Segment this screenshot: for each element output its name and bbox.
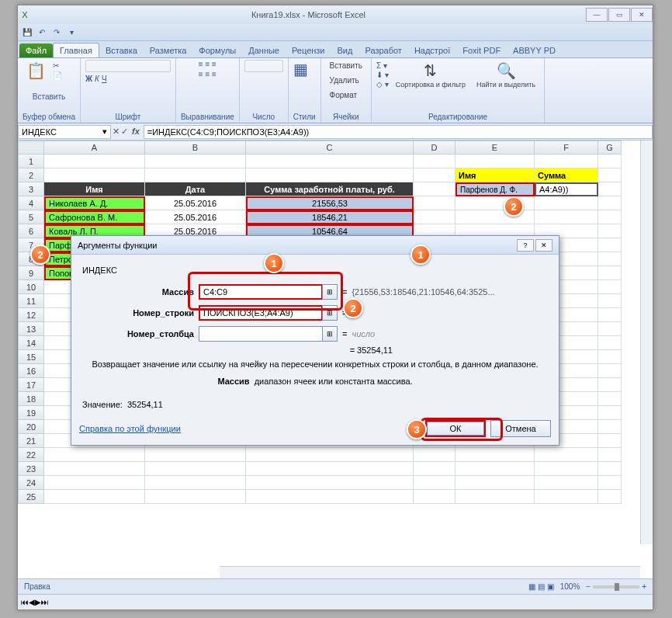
tab-addins[interactable]: Надстрої bbox=[408, 43, 456, 57]
save-icon[interactable]: 💾 bbox=[21, 26, 33, 39]
cut-icon[interactable]: ✂ bbox=[53, 61, 62, 70]
name-box[interactable]: ИНДЕКС▾ bbox=[18, 125, 111, 139]
arg-array-input[interactable]: C4:C9 bbox=[199, 284, 323, 300]
row-12[interactable]: 12 bbox=[18, 308, 44, 322]
cell-b4[interactable]: 25.05.2016 bbox=[145, 196, 246, 210]
formula-input[interactable]: =ИНДЕКС(C4:C9;ПОИСКПОЗ(E3;A4:A9)) bbox=[144, 125, 653, 139]
row-5[interactable]: 5 bbox=[18, 210, 44, 224]
redo-icon[interactable]: ↷ bbox=[50, 26, 63, 39]
col-g[interactable]: G bbox=[598, 141, 622, 154]
number-format[interactable] bbox=[244, 60, 283, 72]
tab-file[interactable]: Файл bbox=[19, 43, 53, 57]
cell-e2[interactable]: Имя bbox=[456, 168, 535, 182]
help-link[interactable]: Справка по этой функции bbox=[79, 424, 421, 433]
maximize-button[interactable]: ▭ bbox=[608, 8, 630, 22]
dialog-close-button[interactable]: ✕ bbox=[535, 239, 552, 252]
row-11[interactable]: 11 bbox=[18, 294, 44, 308]
tab-data[interactable]: Данные bbox=[242, 43, 286, 57]
insert-cells[interactable]: Вставить bbox=[326, 60, 366, 71]
bold-button[interactable]: Ж bbox=[85, 75, 92, 83]
minimize-button[interactable]: — bbox=[586, 8, 608, 22]
cell-c5[interactable]: 18546,21 bbox=[246, 210, 414, 224]
dialog-help-button[interactable]: ? bbox=[517, 239, 534, 252]
arg-row-input[interactable]: ПОИСКПОЗ(E3;A4:A9) bbox=[199, 305, 323, 321]
col-e[interactable]: E bbox=[456, 141, 535, 154]
cell-b5[interactable]: 25.05.2016 bbox=[145, 210, 246, 224]
arg-row-refbtn[interactable]: ⊞ bbox=[322, 305, 338, 321]
clear-icon[interactable]: ◇ ▾ bbox=[376, 80, 389, 89]
tab-layout[interactable]: Разметка bbox=[144, 43, 193, 57]
cell-f2[interactable]: Сумма bbox=[535, 168, 598, 182]
row-21[interactable]: 21 bbox=[18, 434, 44, 448]
row-18[interactable]: 18 bbox=[18, 392, 44, 406]
cell-c3[interactable]: Сумма заработной платы, руб. bbox=[246, 182, 414, 196]
tab-nav-first-icon[interactable]: ⏮ bbox=[21, 598, 29, 606]
tab-formulas[interactable]: Формулы bbox=[192, 43, 242, 57]
underline-button[interactable]: Ч bbox=[102, 75, 107, 83]
sort-filter[interactable]: ⇅ Сортировка и фильтр bbox=[392, 60, 469, 90]
copy-icon[interactable]: 📄 bbox=[53, 71, 62, 80]
undo-icon[interactable]: ↶ bbox=[36, 26, 48, 39]
vertical-scrollbar[interactable] bbox=[640, 141, 653, 544]
zoom-out-icon[interactable]: − bbox=[586, 582, 591, 591]
row-13[interactable]: 13 bbox=[18, 322, 44, 336]
view-layout-icon[interactable]: ▤ bbox=[538, 582, 545, 591]
tab-insert[interactable]: Вставка bbox=[99, 43, 144, 57]
row-4[interactable]: 4 bbox=[18, 196, 44, 210]
row-6[interactable]: 6 bbox=[18, 224, 44, 238]
tab-foxit[interactable]: Foxit PDF bbox=[456, 43, 507, 57]
cancel-button[interactable]: Отмена bbox=[490, 420, 551, 437]
view-normal-icon[interactable]: ▦ bbox=[528, 582, 535, 591]
fill-icon[interactable]: ⬇ ▾ bbox=[376, 71, 389, 79]
row-2[interactable]: 2 bbox=[18, 168, 44, 182]
italic-button[interactable]: К bbox=[95, 75, 99, 83]
arg-array-refbtn[interactable]: ⊞ bbox=[322, 284, 338, 300]
row-16[interactable]: 16 bbox=[18, 364, 44, 378]
row-14[interactable]: 14 bbox=[18, 336, 44, 350]
arg-col-input[interactable] bbox=[199, 326, 323, 342]
col-d[interactable]: D bbox=[414, 141, 456, 154]
tab-developer[interactable]: Разработ bbox=[359, 43, 407, 57]
row-23[interactable]: 23 bbox=[18, 462, 44, 476]
tab-abbyy[interactable]: ABBYY PD bbox=[507, 43, 562, 57]
row-1[interactable]: 1 bbox=[18, 154, 44, 168]
qat-more-icon[interactable]: ▾ bbox=[65, 26, 78, 39]
row-22[interactable]: 22 bbox=[18, 448, 44, 462]
styles-icon[interactable]: ▦ bbox=[293, 60, 308, 78]
row-24[interactable]: 24 bbox=[18, 476, 44, 490]
zoom-slider[interactable] bbox=[593, 585, 639, 588]
col-c[interactable]: C bbox=[246, 141, 414, 154]
confirm-formula-icon[interactable]: ✓ bbox=[121, 127, 128, 137]
row-17[interactable]: 17 bbox=[18, 378, 44, 392]
tab-home[interactable]: Главная bbox=[53, 43, 99, 57]
cell-c4[interactable]: 21556,53 bbox=[246, 196, 414, 210]
row-9[interactable]: 9 bbox=[18, 266, 44, 280]
row-25[interactable]: 25 bbox=[18, 490, 44, 504]
zoom-in-icon[interactable]: + bbox=[642, 582, 646, 591]
cell-a3[interactable]: Имя bbox=[44, 182, 145, 196]
ok-button[interactable]: ОК bbox=[425, 420, 486, 437]
col-b[interactable]: B bbox=[145, 141, 246, 154]
view-break-icon[interactable]: ▣ bbox=[547, 582, 554, 591]
tab-view[interactable]: Вид bbox=[331, 43, 359, 57]
tab-nav-prev-icon[interactable]: ◀ bbox=[29, 598, 35, 606]
row-15[interactable]: 15 bbox=[18, 350, 44, 364]
row-19[interactable]: 19 bbox=[18, 406, 44, 420]
cell-a5[interactable]: Сафронова В. М. bbox=[44, 210, 145, 224]
tab-nav-last-icon[interactable]: ⏭ bbox=[41, 598, 49, 606]
delete-cells[interactable]: Удалить bbox=[326, 75, 363, 86]
row-3[interactable]: 3 bbox=[18, 182, 44, 196]
cell-a4[interactable]: Николаев А. Д. bbox=[44, 196, 145, 210]
cell-f3[interactable]: A4:A9)) bbox=[535, 182, 598, 196]
horizontal-scrollbar[interactable] bbox=[220, 566, 640, 578]
cell-b3[interactable]: Дата bbox=[145, 182, 246, 196]
col-a[interactable]: A bbox=[44, 141, 145, 154]
select-all-corner[interactable] bbox=[18, 141, 44, 154]
row-20[interactable]: 20 bbox=[18, 420, 44, 434]
tab-nav-next-icon[interactable]: ▶ bbox=[35, 598, 41, 606]
format-cells[interactable]: Формат bbox=[326, 89, 362, 101]
fx-icon[interactable]: fx bbox=[132, 127, 140, 137]
tab-review[interactable]: Рецензи bbox=[286, 43, 331, 57]
font-selector[interactable] bbox=[85, 60, 171, 72]
cancel-formula-icon[interactable]: ✕ bbox=[113, 127, 120, 137]
